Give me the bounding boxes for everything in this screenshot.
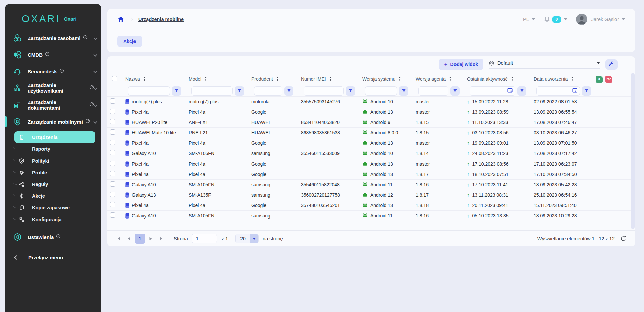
sidebar-item-zarzadzanie-uzytkownikami[interactable]: Zarządzanie użytkownikami bbox=[5, 80, 101, 97]
column-menu-icon[interactable] bbox=[144, 79, 145, 80]
first-page-button[interactable] bbox=[113, 234, 123, 244]
table-settings-button[interactable] bbox=[605, 59, 618, 70]
table-row[interactable]: Pixel 4a Pixel 4a Google Android 13 1.8.… bbox=[107, 169, 631, 179]
filter-input-imei[interactable] bbox=[304, 86, 344, 96]
row-checkbox[interactable] bbox=[110, 161, 115, 166]
filter-funnel-button[interactable] bbox=[517, 86, 526, 96]
cell-created: 25.10.2023 06:54:16 bbox=[531, 190, 596, 200]
submenu-item-profile[interactable]: Profile bbox=[14, 167, 101, 178]
row-checkbox[interactable] bbox=[110, 192, 115, 197]
column-menu-icon[interactable] bbox=[205, 79, 206, 80]
sidebar-item-cmdb[interactable]: CMDB bbox=[5, 46, 101, 63]
sidebar-item-zarzadzanie-zasobami[interactable]: Zarządzanie zasobami bbox=[5, 29, 101, 46]
chevron-down-icon bbox=[93, 120, 97, 123]
column-menu-icon[interactable] bbox=[572, 79, 573, 80]
row-checkbox[interactable] bbox=[110, 109, 115, 114]
calendar-icon[interactable] bbox=[507, 87, 513, 94]
row-checkbox[interactable] bbox=[110, 129, 115, 135]
android-icon bbox=[362, 193, 368, 197]
table-row[interactable]: HUAWEI Mate 10 lite RNE-L21 HUAWEI 86859… bbox=[107, 127, 631, 138]
sidebar-item-zarzadzanie-mobilnymi[interactable]: Zarządzanie mobilnymi bbox=[5, 113, 101, 130]
table-row[interactable]: Pixel 4a Pixel 4a Google 357480103545201… bbox=[107, 200, 631, 210]
column-menu-icon[interactable] bbox=[512, 79, 513, 80]
row-checkbox[interactable] bbox=[110, 98, 115, 104]
table-row[interactable]: Pixel 4a Pixel 4a Google Android 13 mast… bbox=[107, 107, 631, 117]
filter-funnel-button[interactable] bbox=[346, 86, 355, 96]
cell-model: Pixel 4a bbox=[186, 200, 249, 210]
row-checkbox[interactable] bbox=[110, 119, 115, 124]
vertical-scrollbar[interactable] bbox=[631, 73, 635, 229]
filter-funnel-button[interactable] bbox=[399, 86, 408, 96]
row-checkbox[interactable] bbox=[110, 202, 115, 207]
device-phone-icon bbox=[125, 109, 129, 115]
column-menu-icon[interactable] bbox=[277, 79, 278, 80]
submenu-item-reguly[interactable]: Reguły bbox=[14, 178, 101, 190]
table-row[interactable]: Pixel 4a Pixel 4a Google Android 13 mast… bbox=[107, 159, 631, 169]
refresh-button[interactable] bbox=[620, 236, 626, 242]
filter-funnel-button[interactable] bbox=[450, 86, 460, 96]
actions-button[interactable]: Akcje bbox=[117, 36, 142, 47]
column-menu-icon[interactable] bbox=[330, 79, 331, 80]
table-row[interactable]: Pixel 4a Pixel 4a Google Android 13 mast… bbox=[107, 138, 631, 148]
user-menu[interactable]: Jarek Gąsior bbox=[576, 14, 625, 25]
submenu-item-urzadzenia[interactable]: Urządzenia bbox=[14, 131, 95, 143]
calendar-icon[interactable] bbox=[572, 87, 578, 94]
row-checkbox[interactable] bbox=[110, 181, 115, 187]
add-view-label: Dodaj widok bbox=[450, 62, 478, 67]
cell-vendor: motorola bbox=[249, 96, 298, 107]
view-selector[interactable]: Default bbox=[489, 60, 600, 69]
page-number-input[interactable] bbox=[192, 234, 217, 243]
filter-input-produdent[interactable] bbox=[254, 86, 282, 96]
home-icon[interactable] bbox=[117, 16, 124, 23]
notifications-menu[interactable]: 0 bbox=[544, 16, 567, 23]
row-checkbox[interactable] bbox=[110, 140, 115, 145]
toggle-menu-button[interactable]: Przełącz menu bbox=[15, 255, 101, 260]
filter-input-data-utworzenia[interactable] bbox=[537, 87, 572, 95]
page-number-button[interactable]: 1 bbox=[135, 234, 145, 244]
filter-input-model[interactable] bbox=[191, 86, 233, 96]
table-row[interactable]: Galaxy A10 SM-A105FN samsung 35546011582… bbox=[107, 179, 631, 190]
submenu-item-raporty[interactable]: Raporty bbox=[14, 143, 101, 155]
filter-input-nazwa[interactable] bbox=[128, 86, 170, 96]
row-checkbox[interactable] bbox=[110, 212, 115, 218]
filter-funnel-button[interactable] bbox=[235, 86, 244, 96]
sidebar-item-ustawienia[interactable]: Ustawienia bbox=[5, 229, 101, 245]
bell-icon bbox=[544, 16, 550, 23]
sidebar-item-zarzadzanie-dokumentami[interactable]: Zarządzanie dokumentami bbox=[5, 97, 101, 113]
filter-input-wersja-agenta[interactable] bbox=[418, 86, 448, 96]
pagination-controls: 1 bbox=[113, 234, 166, 244]
filter-funnel-button[interactable] bbox=[582, 86, 591, 96]
page-size-selector[interactable]: 20 bbox=[235, 234, 259, 243]
filter-input-wersja-systemu[interactable] bbox=[365, 86, 397, 96]
table-row[interactable]: Galaxy A10 SM-A105FN samsung Android 11 … bbox=[107, 210, 631, 221]
table-row[interactable]: Galaxy A13 SM-A135F samsung 356002720127… bbox=[107, 190, 631, 200]
last-page-button[interactable] bbox=[156, 234, 166, 244]
excel-export-icon[interactable]: X bbox=[596, 76, 603, 83]
table-row[interactable]: HUAWEI P20 lite ANE-LX1 HUAWEI 863411044… bbox=[107, 117, 631, 127]
filter-input-ostatnia-aktywnosc[interactable] bbox=[470, 87, 507, 95]
pdf-export-icon[interactable]: PDF bbox=[605, 76, 612, 83]
submenu-item-kopie-zapasowe[interactable]: Kopie zapasowe bbox=[14, 202, 101, 213]
column-menu-icon[interactable] bbox=[399, 79, 400, 80]
select-all-checkbox[interactable] bbox=[112, 76, 117, 81]
sidebar-item-label: Ustawienia bbox=[28, 234, 54, 240]
breadcrumb-link[interactable]: Urządzenia mobilne bbox=[138, 17, 184, 22]
row-checkbox[interactable] bbox=[110, 171, 115, 176]
filter-funnel-button[interactable] bbox=[172, 86, 181, 96]
table-row[interactable]: moto g(7) plus moto g(7) plus motorola 3… bbox=[107, 96, 631, 107]
sidebar-item-servicedesk[interactable]: Servicedesk bbox=[5, 63, 101, 80]
column-header: Produdent bbox=[251, 76, 273, 82]
column-menu-icon[interactable] bbox=[450, 79, 451, 80]
row-checkbox[interactable] bbox=[110, 150, 115, 155]
submenu-item-konfiguracja[interactable]: Konfiguracja bbox=[14, 213, 101, 225]
cell-name: Pixel 4a bbox=[132, 161, 149, 167]
filter-funnel-button[interactable] bbox=[284, 86, 293, 96]
previous-page-button[interactable] bbox=[124, 234, 134, 244]
submenu-item-akcje[interactable]: Akcje bbox=[14, 190, 101, 202]
add-view-button[interactable]: + Dodaj widok bbox=[439, 59, 483, 70]
next-page-button[interactable] bbox=[146, 234, 156, 244]
cell-model: SM-A105FN bbox=[186, 210, 249, 221]
submenu-item-polityki[interactable]: Polityki bbox=[14, 155, 101, 167]
table-row[interactable]: Galaxy A10 SM-A105FN samsung 35546011553… bbox=[107, 148, 631, 159]
language-selector[interactable]: PL bbox=[523, 17, 535, 22]
